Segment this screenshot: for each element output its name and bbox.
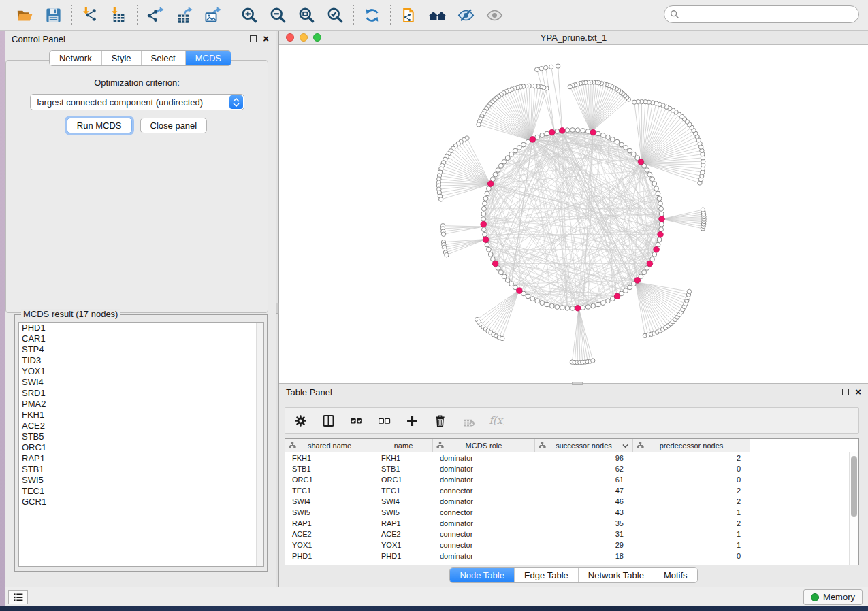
mcds-result-item[interactable]: YOX1 — [19, 366, 263, 377]
settings-gear-icon[interactable] — [292, 412, 308, 429]
float-panel-icon[interactable] — [250, 35, 257, 42]
mcds-result-item[interactable]: SWI4 — [19, 377, 263, 388]
export-network-icon[interactable] — [144, 4, 167, 27]
svg-text:f(x): f(x) — [489, 414, 504, 427]
table-row[interactable]: TEC1TEC1connector472 — [285, 485, 849, 496]
table-panel: Table Panel × f(x) shared namenameMCDS r… — [279, 383, 868, 587]
table-row[interactable]: ACE2ACE2connector311 — [285, 529, 849, 540]
delete-column-icon[interactable] — [432, 412, 448, 429]
search-input[interactable] — [679, 10, 858, 20]
column-type-icon — [436, 442, 444, 449]
mcds-result-item[interactable]: ORC1 — [19, 442, 263, 453]
memory-label: Memory — [823, 592, 855, 602]
column-header-successor_nodes[interactable]: successor nodes — [535, 439, 633, 452]
zoom-fit-icon[interactable] — [295, 4, 318, 27]
column-header-mcds_role[interactable]: MCDS role — [433, 439, 535, 452]
network-graph[interactable] — [279, 45, 868, 383]
mcds-result-item[interactable]: SWI5 — [19, 475, 263, 486]
import-table-icon[interactable] — [108, 4, 130, 27]
column-header-shared_name[interactable]: shared name — [285, 439, 374, 452]
tab-network[interactable]: Network — [50, 51, 102, 65]
zoom-selected-icon[interactable] — [324, 4, 347, 27]
column-header-predecessor_nodes[interactable]: predecessor nodes — [633, 439, 750, 452]
cell-name: STB1 — [374, 465, 433, 473]
table-row[interactable]: YOX1YOX1connector291 — [285, 540, 849, 550]
mcds-result-item[interactable]: ACE2 — [19, 420, 263, 431]
show-columns-icon[interactable] — [320, 412, 336, 429]
table-row[interactable]: FKH1FKH1dominator962 — [285, 452, 849, 463]
criterion-select[interactable]: largest connected component (undirected) — [30, 94, 244, 110]
show-all-icon[interactable] — [483, 4, 506, 27]
zoom-out-icon[interactable] — [267, 4, 289, 27]
mcds-result-list[interactable]: PHD1CAR1STP4TID3YOX1SWI4SRD1PMA2FKH1ACE2… — [18, 322, 264, 567]
open-file-icon[interactable] — [14, 4, 36, 27]
table-panel-titlebar: Table Panel × — [279, 384, 868, 400]
table-row[interactable]: RAP1RAP1dominator352 — [285, 518, 849, 529]
tab-edge-table[interactable]: Edge Table — [515, 568, 579, 582]
mcds-result-item[interactable]: TEC1 — [19, 486, 263, 497]
close-panel-button[interactable]: Close panel — [140, 118, 208, 133]
mcds-result-item[interactable]: STP4 — [19, 344, 263, 355]
import-network-icon[interactable] — [79, 4, 101, 27]
network-canvas[interactable] — [279, 45, 868, 383]
cell-mcds_role: dominator — [433, 519, 535, 527]
table-row[interactable]: SWI5SWI5connector431 — [285, 507, 849, 518]
first-neighbors-icon[interactable] — [426, 4, 449, 27]
mcds-result-item[interactable]: PMA2 — [19, 399, 263, 410]
cell-shared_name: TEC1 — [285, 486, 374, 495]
mcds-result-item[interactable]: SRD1 — [19, 388, 263, 399]
horizontal-splitter-grip[interactable] — [572, 382, 583, 385]
cell-successor_nodes: 31 — [535, 530, 633, 538]
table-scrollbar-thumb[interactable] — [851, 456, 857, 517]
close-panel-icon[interactable]: × — [263, 35, 269, 42]
cell-successor_nodes: 18 — [535, 552, 633, 560]
mcds-result-item[interactable]: STB1 — [19, 464, 263, 475]
mcds-list-scrollbar[interactable] — [256, 323, 263, 566]
cell-mcds_role: connector — [433, 541, 535, 549]
select-all-icon[interactable] — [348, 412, 364, 429]
export-image-icon[interactable] — [202, 4, 224, 27]
network-titlebar[interactable]: YPA_prune.txt_1 — [279, 31, 868, 45]
mcds-result-item[interactable]: CAR1 — [19, 333, 263, 344]
add-column-icon[interactable] — [404, 412, 420, 429]
tab-node-table[interactable]: Node Table — [450, 568, 515, 582]
clone-network-icon[interactable] — [398, 4, 420, 27]
tab-select[interactable]: Select — [142, 51, 186, 65]
hide-selected-icon[interactable] — [455, 4, 477, 27]
table-scrollbar[interactable] — [849, 452, 858, 565]
mcds-result-item[interactable]: GCR1 — [19, 497, 263, 508]
mcds-result-item[interactable]: RAP1 — [19, 453, 263, 464]
float-table-panel-icon[interactable] — [842, 389, 849, 395]
refresh-network-icon[interactable] — [361, 4, 383, 27]
search-box[interactable] — [664, 5, 859, 23]
cell-mcds_role: dominator — [433, 454, 535, 462]
mcds-result-item[interactable]: STB5 — [19, 431, 263, 442]
run-mcds-button[interactable]: Run MCDS — [67, 118, 132, 133]
table-row[interactable]: PHD1PHD1dominator180 — [285, 550, 849, 561]
tab-motifs[interactable]: Motifs — [654, 568, 697, 582]
table-panel-title: Table Panel — [286, 387, 332, 397]
mcds-result-item[interactable]: PHD1 — [19, 323, 263, 333]
tab-mcds[interactable]: MCDS — [186, 51, 231, 65]
task-history-button[interactable] — [8, 590, 28, 604]
tab-style[interactable]: Style — [102, 51, 142, 65]
close-table-panel-icon[interactable]: × — [855, 389, 861, 395]
save-session-icon[interactable] — [42, 4, 65, 27]
table-row[interactable]: SWI4SWI4dominator462 — [285, 496, 849, 507]
table-row[interactable]: ORC1ORC1dominator610 — [285, 474, 849, 485]
cell-successor_nodes: 96 — [535, 454, 633, 462]
cell-predecessor_nodes: 1 — [633, 541, 750, 549]
mcds-result-item[interactable]: FKH1 — [19, 410, 263, 420]
export-table-icon[interactable] — [173, 4, 195, 27]
column-header-name[interactable]: name — [374, 439, 433, 452]
mcds-result-item[interactable]: TID3 — [19, 355, 263, 366]
search-icon — [670, 10, 679, 19]
deselect-all-icon[interactable] — [376, 412, 392, 429]
column-type-icon — [539, 442, 546, 449]
table-row[interactable]: STB1STB1dominator620 — [285, 463, 849, 474]
zoom-in-icon[interactable] — [238, 4, 261, 27]
status-bar: Memory — [5, 587, 868, 606]
tab-network-table[interactable]: Network Table — [579, 568, 654, 582]
control-panel-title: Control Panel — [12, 34, 65, 44]
memory-button[interactable]: Memory — [803, 589, 863, 605]
